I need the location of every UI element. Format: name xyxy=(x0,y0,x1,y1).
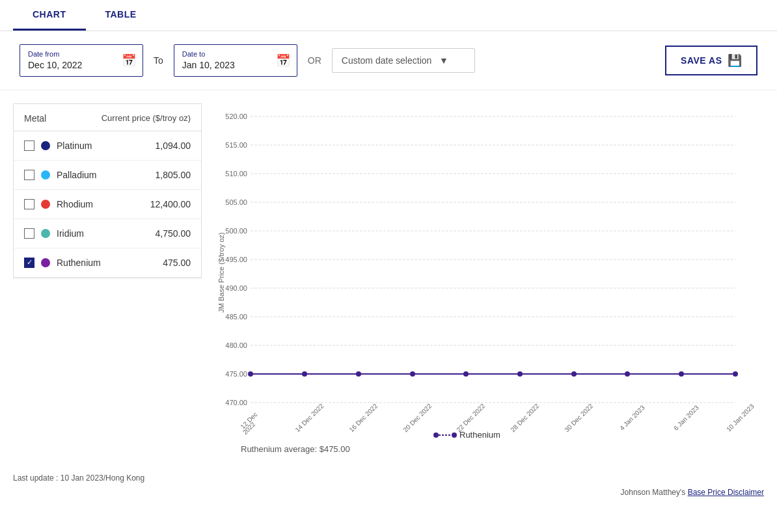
svg-point-25 xyxy=(410,371,415,377)
metal-name-palladium: Palladium xyxy=(57,170,149,180)
svg-text:30 Dec 2022: 30 Dec 2022 xyxy=(563,402,594,433)
svg-text:485.00: 485.00 xyxy=(225,313,247,321)
date-to-label: Date to xyxy=(182,50,271,58)
tabs-bar: CHART TABLE xyxy=(0,0,777,31)
checkbox-rhodium[interactable] xyxy=(24,199,34,209)
metal-price-iridium: 4,750.00 xyxy=(156,228,191,239)
ruthenium-line xyxy=(248,371,738,377)
y-axis-label: JM Base Price ($/troy oz) xyxy=(217,232,225,312)
date-from-value: Dec 10, 2022 xyxy=(28,60,82,70)
metal-row-rhodium[interactable]: Rhodium 12,400.00 xyxy=(14,190,201,219)
svg-text:480.00: 480.00 xyxy=(225,341,247,349)
metal-name-ruthenium: Ruthenium xyxy=(57,258,156,268)
svg-text:490.00: 490.00 xyxy=(225,284,247,292)
chart-area: JM Base Price ($/troy oz) 520.00 515.00 … xyxy=(215,97,764,454)
svg-text:20 Dec 2022: 20 Dec 2022 xyxy=(402,402,433,433)
svg-point-29 xyxy=(625,371,630,377)
svg-text:Ruthenium: Ruthenium xyxy=(459,430,500,440)
disclaimer-row: Johnson Matthey's Base Price Disclaimer xyxy=(0,485,777,503)
checkbox-palladium[interactable] xyxy=(24,170,34,180)
checkbox-iridium[interactable] xyxy=(24,228,34,239)
dot-rhodium xyxy=(41,200,50,209)
last-update: Last update : 10 Jan 2023/Hong Kong xyxy=(0,467,777,485)
disclaimer-prefix: Johnson Matthey's xyxy=(621,488,686,497)
svg-text:16 Dec 2022: 16 Dec 2022 xyxy=(348,402,379,433)
metal-name-platinum: Platinum xyxy=(57,140,149,151)
date-from-field[interactable]: Date from Dec 10, 2022 📅 xyxy=(20,44,143,77)
metal-row-palladium[interactable]: Palladium 1,805.00 xyxy=(14,161,201,190)
save-as-label: SAVE AS xyxy=(681,55,722,66)
svg-point-24 xyxy=(356,371,361,377)
metal-row-platinum[interactable]: Platinum 1,094.00 xyxy=(14,131,201,161)
svg-point-22 xyxy=(248,371,253,377)
svg-point-31 xyxy=(733,371,738,377)
dot-platinum xyxy=(41,141,50,150)
save-icon: 💾 xyxy=(728,53,743,68)
svg-point-43 xyxy=(433,432,439,438)
col-price-header: Current price ($/troy oz) xyxy=(102,113,191,124)
checkbox-ruthenium[interactable] xyxy=(24,258,34,268)
svg-point-28 xyxy=(571,371,577,377)
svg-text:515.00: 515.00 xyxy=(225,141,247,149)
svg-point-27 xyxy=(517,371,523,377)
price-chart: JM Base Price ($/troy oz) 520.00 515.00 … xyxy=(215,103,748,442)
metal-name-rhodium: Rhodium xyxy=(57,199,144,209)
svg-text:495.00: 495.00 xyxy=(225,256,247,263)
to-separator: To xyxy=(154,55,163,66)
svg-text:10 Jan 2023: 10 Jan 2023 xyxy=(725,403,756,433)
metal-table: Metal Current price ($/troy oz) Platinum… xyxy=(13,103,202,278)
calendar-to-icon[interactable]: 📅 xyxy=(276,53,290,68)
metal-price-platinum: 1,094.00 xyxy=(156,140,191,151)
controls-row: Date from Dec 10, 2022 📅 To Date to Jan … xyxy=(0,31,777,90)
checkbox-platinum[interactable] xyxy=(24,140,34,151)
tab-table[interactable]: TABLE xyxy=(86,0,156,31)
svg-text:28 Dec 2022: 28 Dec 2022 xyxy=(509,402,540,433)
svg-text:470.00: 470.00 xyxy=(225,399,247,406)
metal-price-ruthenium: 475.00 xyxy=(163,258,191,268)
date-to-value: Jan 10, 2023 xyxy=(182,60,235,70)
svg-text:510.00: 510.00 xyxy=(225,170,247,178)
custom-date-label: Custom date selection xyxy=(342,55,432,66)
save-as-button[interactable]: SAVE AS 💾 xyxy=(665,46,757,75)
col-metal-header: Metal xyxy=(24,113,46,124)
svg-point-23 xyxy=(302,371,307,377)
svg-text:22 Dec 2022: 22 Dec 2022 xyxy=(455,402,486,433)
svg-text:6 Jan 2023: 6 Jan 2023 xyxy=(672,404,700,432)
calendar-from-icon[interactable]: 📅 xyxy=(122,53,136,68)
metal-price-rhodium: 12,400.00 xyxy=(150,199,191,209)
main-content: Metal Current price ($/troy oz) Platinum… xyxy=(0,90,777,467)
svg-text:505.00: 505.00 xyxy=(225,198,247,206)
metal-name-iridium: Iridium xyxy=(57,228,149,239)
svg-text:520.00: 520.00 xyxy=(225,113,247,120)
metal-row-ruthenium[interactable]: Ruthenium 475.00 xyxy=(14,248,201,278)
average-text: Ruthenium average: $475.00 xyxy=(215,444,764,454)
dot-iridium xyxy=(41,229,50,238)
date-to-field[interactable]: Date to Jan 10, 2023 📅 xyxy=(174,44,297,77)
or-separator: OR xyxy=(308,55,321,66)
svg-point-45 xyxy=(452,432,457,438)
chevron-down-icon: ▼ xyxy=(439,55,448,66)
dot-ruthenium xyxy=(41,258,50,267)
svg-text:4 Jan 2023: 4 Jan 2023 xyxy=(618,404,646,432)
svg-point-26 xyxy=(463,371,469,377)
disclaimer-link[interactable]: Base Price Disclaimer xyxy=(688,488,764,497)
metal-rows-container: Platinum 1,094.00 Palladium 1,805.00 Rho… xyxy=(14,131,201,278)
custom-date-select[interactable]: Custom date selection ▼ xyxy=(332,48,475,73)
metal-price-palladium: 1,805.00 xyxy=(156,170,191,180)
metal-table-header: Metal Current price ($/troy oz) xyxy=(14,104,201,131)
svg-text:500.00: 500.00 xyxy=(225,227,247,235)
tab-chart[interactable]: CHART xyxy=(13,0,86,31)
svg-point-30 xyxy=(679,371,684,377)
dot-palladium xyxy=(41,170,50,180)
svg-text:14 Dec 2022: 14 Dec 2022 xyxy=(293,402,325,433)
metal-row-iridium[interactable]: Iridium 4,750.00 xyxy=(14,219,201,248)
date-from-label: Date from xyxy=(28,50,116,58)
svg-text:475.00: 475.00 xyxy=(225,370,247,378)
legend: Ruthenium xyxy=(433,430,500,440)
